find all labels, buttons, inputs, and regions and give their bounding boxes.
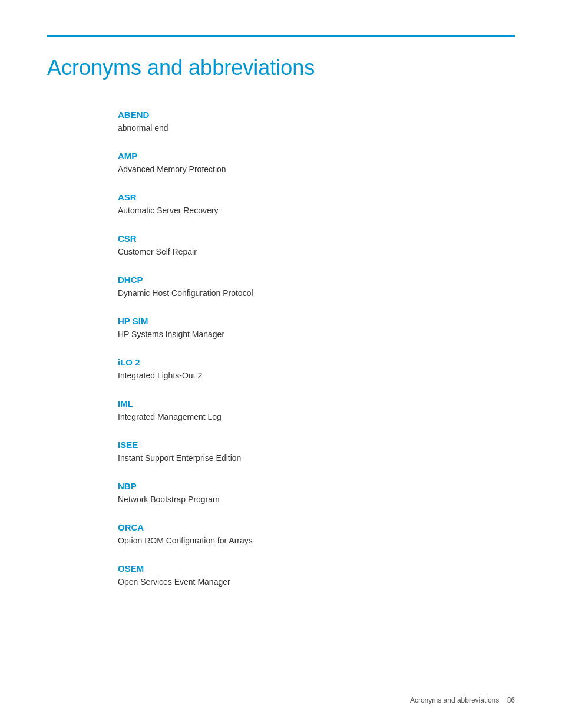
acronym-definition: Integrated Management Log xyxy=(118,411,515,423)
acronym-term: ORCA xyxy=(118,522,515,532)
acronym-term: OSEM xyxy=(118,564,515,574)
acronym-list: ABENDabnormal endAMPAdvanced Memory Prot… xyxy=(118,110,515,588)
list-item: HP SIMHP Systems Insight Manager xyxy=(118,316,515,341)
list-item: AMPAdvanced Memory Protection xyxy=(118,151,515,176)
page-container: Acronyms and abbreviations ABENDabnormal… xyxy=(0,0,562,728)
acronym-term: ABEND xyxy=(118,110,515,120)
acronym-term: IML xyxy=(118,398,515,409)
list-item: NBPNetwork Bootstrap Program xyxy=(118,481,515,506)
list-item: ORCAOption ROM Configuration for Arrays xyxy=(118,522,515,547)
list-item: ABENDabnormal end xyxy=(118,110,515,134)
acronym-term: DHCP xyxy=(118,275,515,285)
acronym-term: NBP xyxy=(118,481,515,491)
acronym-definition: Dynamic Host Configuration Protocol xyxy=(118,287,515,299)
acronym-definition: Integrated Lights-Out 2 xyxy=(118,370,515,382)
list-item: CSRCustomer Self Repair xyxy=(118,233,515,258)
list-item: ASRAutomatic Server Recovery xyxy=(118,192,515,217)
acronym-term: CSR xyxy=(118,233,515,243)
acronym-definition: Instant Support Enterprise Edition xyxy=(118,452,515,465)
page-title: Acronyms and abbreviations xyxy=(47,55,515,80)
list-item: iLO 2Integrated Lights-Out 2 xyxy=(118,357,515,382)
list-item: DHCPDynamic Host Configuration Protocol xyxy=(118,275,515,299)
acronym-definition: Customer Self Repair xyxy=(118,246,515,258)
list-item: IMLIntegrated Management Log xyxy=(118,398,515,423)
acronym-definition: Automatic Server Recovery xyxy=(118,205,515,217)
acronym-term: HP SIM xyxy=(118,316,515,326)
acronym-definition: Network Bootstrap Program xyxy=(118,493,515,506)
top-border xyxy=(47,35,515,37)
acronym-term: ASR xyxy=(118,192,515,202)
acronym-term: ISEE xyxy=(118,440,515,450)
page-footer: Acronyms and abbreviations 86 xyxy=(410,696,515,704)
acronym-definition: Option ROM Configuration for Arrays xyxy=(118,535,515,547)
footer-page-number: 86 xyxy=(507,696,515,704)
acronym-term: AMP xyxy=(118,151,515,161)
list-item: ISEEInstant Support Enterprise Edition xyxy=(118,440,515,465)
footer-text: Acronyms and abbreviations xyxy=(410,696,499,704)
acronym-definition: Advanced Memory Protection xyxy=(118,163,515,176)
acronym-definition: Open Services Event Manager xyxy=(118,576,515,588)
acronym-definition: HP Systems Insight Manager xyxy=(118,328,515,341)
acronym-term: iLO 2 xyxy=(118,357,515,367)
acronym-definition: abnormal end xyxy=(118,122,515,134)
list-item: OSEMOpen Services Event Manager xyxy=(118,564,515,588)
